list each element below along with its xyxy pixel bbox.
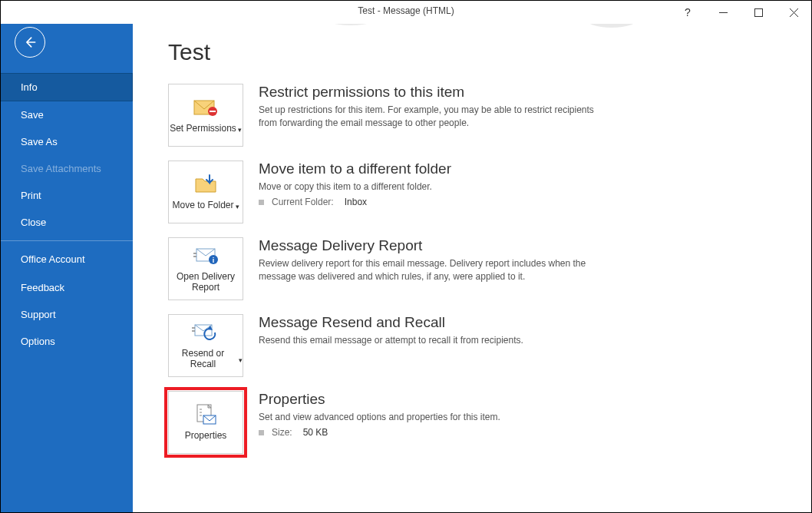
bullet-icon — [259, 200, 264, 205]
properties-button[interactable]: Properties — [168, 391, 243, 454]
svg-text:i: i — [213, 256, 215, 264]
size-value: 50 KB — [303, 427, 328, 438]
minimize-button[interactable] — [705, 1, 741, 24]
move-title: Move item to a different folder — [259, 161, 451, 177]
sidebar-item-save-as[interactable]: Save As — [1, 128, 133, 155]
permissions-title: Restrict permissions to this item — [259, 84, 612, 101]
move-to-folder-button[interactable]: Move to Folder ▾ — [168, 161, 243, 223]
chevron-down-icon: ▾ — [238, 126, 242, 134]
section-permissions: Set Permissions ▾ Restrict permissions t… — [168, 84, 776, 147]
sidebar-item-support[interactable]: Support — [1, 301, 133, 328]
sidebar-item-close[interactable]: Close — [1, 209, 133, 236]
page-title: Test — [168, 39, 776, 65]
size-label: Size: — [272, 427, 292, 438]
resend-icon — [192, 321, 220, 344]
resend-desc: Resend this email message or attempt to … — [259, 334, 523, 347]
current-folder-row: Current Folder: Inbox — [259, 197, 451, 207]
chevron-down-icon: ▾ — [239, 356, 243, 364]
back-arrow-icon — [22, 35, 38, 50]
svg-rect-7 — [754, 8, 762, 16]
backstage-main: Test Set Permissions ▾ Restric — [133, 24, 811, 512]
section-properties: Properties Properties Set and view advan… — [168, 391, 776, 454]
section-delivery: i Open Delivery Report Message Delivery … — [168, 237, 776, 300]
sidebar-item-print[interactable]: Print — [1, 182, 133, 209]
close-window-button[interactable] — [776, 1, 811, 24]
titlebar: Test - Message (HTML) ? — [1, 1, 811, 24]
current-folder-label: Current Folder: — [272, 197, 334, 207]
sidebar-item-options[interactable]: Options — [1, 328, 133, 355]
set-permissions-button[interactable]: Set Permissions ▾ — [168, 84, 243, 147]
chevron-down-icon: ▾ — [236, 203, 239, 210]
envelope-denied-icon — [193, 96, 219, 119]
back-button[interactable] — [15, 27, 45, 58]
help-button[interactable]: ? — [670, 1, 705, 24]
section-move: Move to Folder ▾ Move item to a differen… — [168, 161, 776, 223]
bullet-icon — [259, 430, 264, 435]
sidebar-separator — [1, 240, 133, 241]
properties-title: Properties — [259, 391, 500, 408]
open-delivery-report-button[interactable]: i Open Delivery Report — [168, 237, 243, 300]
size-row: Size: 50 KB — [259, 427, 500, 438]
maximize-button[interactable] — [741, 1, 776, 24]
properties-icon — [193, 403, 219, 426]
open-delivery-report-label: Open Delivery Report — [169, 272, 243, 293]
delivery-desc: Review delivery report for this email me… — [259, 257, 612, 284]
backstage-sidebar: Info Save Save As Save Attachments Print… — [1, 24, 133, 512]
properties-label: Properties — [185, 431, 227, 442]
move-to-folder-label: Move to Folder — [172, 200, 233, 211]
move-folder-icon — [193, 173, 219, 196]
move-desc: Move or copy this item to a different fo… — [259, 180, 451, 194]
sidebar-item-office-account[interactable]: Office Account — [1, 246, 133, 274]
close-icon — [790, 8, 798, 17]
resend-or-recall-label: Resend or Recall — [169, 349, 237, 370]
current-folder-value: Inbox — [345, 197, 367, 207]
sidebar-item-info[interactable]: Info — [1, 73, 133, 101]
delivery-report-icon: i — [192, 244, 220, 267]
set-permissions-label: Set Permissions — [170, 124, 236, 134]
window-title: Test - Message (HTML) — [358, 5, 454, 16]
permissions-desc: Set up restrictions for this item. For e… — [259, 104, 612, 131]
sidebar-item-feedback[interactable]: Feedback — [1, 274, 133, 301]
properties-desc: Set and view advanced options and proper… — [259, 411, 500, 424]
sidebar-item-save[interactable]: Save — [1, 101, 133, 128]
sidebar-item-save-attachments: Save Attachments — [1, 155, 133, 182]
resend-or-recall-button[interactable]: Resend or Recall ▾ — [168, 314, 243, 377]
maximize-icon — [754, 8, 763, 17]
resend-title: Message Resend and Recall — [259, 314, 523, 331]
delivery-title: Message Delivery Report — [259, 237, 612, 254]
section-resend: Resend or Recall ▾ Message Resend and Re… — [168, 314, 776, 377]
minimize-icon — [719, 8, 728, 17]
